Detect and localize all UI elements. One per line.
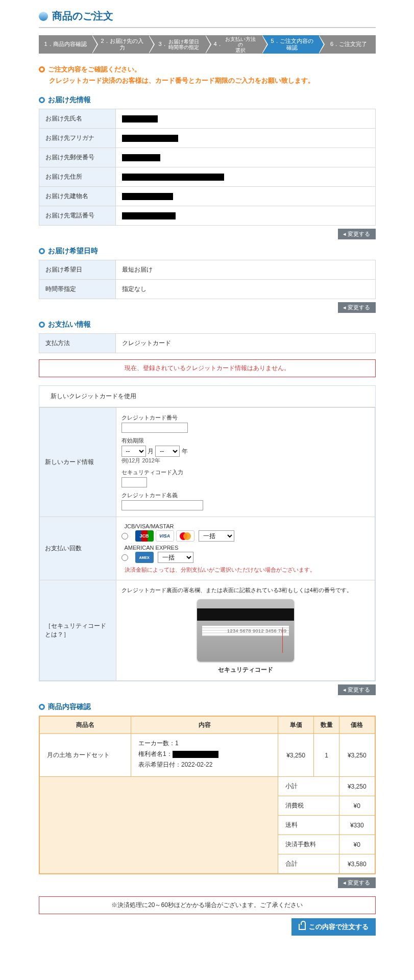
no-card-notice: 現在、登録されているクレジットカード情報はありません。 [39, 359, 376, 377]
step-sub: 時間帯の指定 [168, 44, 199, 50]
bullet-icon [39, 248, 45, 254]
item-name: 月の土地 カードセット [39, 734, 131, 777]
fee-value: ¥0 [339, 835, 375, 854]
label-building: お届け先建物名 [39, 187, 115, 206]
sec-desc: クレジットカード裏面の署名欄、または表面に記載されている3桁もしくは4桁の番号で… [121, 586, 370, 594]
brand-amex-label: AMERICAN EXPRES [125, 545, 370, 551]
label-phone: お届け先電話番号 [39, 206, 115, 226]
label-deliv-time: 時間帯指定 [39, 280, 115, 299]
step-label: 4． [214, 41, 223, 47]
expiry-hint: 例)12月 2012年 [121, 457, 370, 464]
date-label: 表示希望日付： [138, 761, 181, 768]
item-content: エーカー数：1 権利者名1： 表示希望日付：2022-02-22 [131, 734, 278, 777]
cardname-label: クレジットカード名義 [121, 492, 370, 499]
bullet-icon [39, 97, 45, 103]
label-name: お届け先氏名 [39, 109, 115, 129]
bullet-icon [39, 704, 45, 710]
value-deliv-date: 最短お届け [115, 260, 375, 280]
section-title: お届け先情報 [48, 95, 91, 105]
totals-spacer [39, 777, 278, 874]
change-product-button[interactable]: ◂ 変更する [338, 877, 375, 888]
holder-label: 権利者名1： [138, 750, 173, 757]
step-label: 1．商品内容確認 [44, 41, 86, 47]
step-sub: お支払い方法の [224, 36, 257, 47]
col-name: 商品名 [39, 716, 131, 734]
installments-jvm-select[interactable]: 一括 [199, 530, 234, 542]
order-button-label: この内容で注文する [309, 922, 369, 932]
step-sub: 選択 [224, 47, 257, 53]
alert-title: ご注文内容をご確認ください。 [39, 64, 376, 75]
value-address [115, 167, 375, 187]
page-title: 商品のご注文 [39, 5, 376, 28]
payopt-jvm-radio[interactable] [121, 533, 128, 540]
submit-order-button[interactable]: この内容で注文する [291, 918, 376, 936]
progress-stepper: 1．商品内容確認 2．お届け先の入力 3． お届け希望日 時間帯の指定 4． お… [39, 35, 376, 54]
acre-label: エーカー数： [138, 740, 175, 747]
expiry-month-select[interactable]: -- [121, 446, 146, 457]
card-sample-digits: 1234 5678 9012 3456 789 [202, 626, 289, 636]
payment-method-table: 支払方法クレジットカード [39, 333, 376, 353]
redacted [122, 193, 173, 200]
section-product-check: 商品内容確認 [39, 702, 376, 712]
step-4: 4． お支払い方法の 選択 [206, 35, 262, 54]
item-price: ¥3,250 [339, 734, 375, 777]
change-delivery-date-button[interactable]: ◂ 変更する [338, 302, 375, 313]
fee-label: 決済手数料 [278, 835, 339, 854]
value-postal [115, 148, 375, 167]
label-pay-method: 支払方法 [39, 334, 115, 353]
section-delivery-info: お届け先情報 [39, 95, 376, 105]
subtotal-value: ¥3,250 [339, 777, 375, 796]
value-deliv-time: 指定なし [115, 280, 375, 299]
change-delivery-button[interactable]: ◂ 変更する [338, 229, 375, 239]
seccode-input[interactable] [121, 477, 147, 487]
label-card-info: 新しいカード情報 [39, 408, 116, 517]
item-qty: 1 [314, 734, 339, 777]
installments-warn: 決済金額によっては、分割支払いがご選択いただけない場合がございます。 [125, 566, 370, 574]
label-address: お届け先住所 [39, 167, 115, 187]
col-unit-price: 単価 [278, 716, 314, 734]
total-value: ¥3,580 [339, 854, 375, 874]
section-title: 商品内容確認 [48, 702, 91, 712]
cc-number-input[interactable] [121, 423, 188, 433]
expiry-label: 有効期限 [121, 437, 370, 445]
visa-icon: VISA [156, 530, 174, 542]
sec-caption: セキュリティコード [218, 666, 273, 674]
section-title: お支払い情報 [48, 320, 91, 329]
delivery-date-table: お届け希望日最短お届け 時間帯指定指定なし [39, 260, 376, 299]
redacted [122, 115, 158, 122]
brand-jvm-label: JCB/VISA/MASTAR [125, 523, 370, 529]
step-5: 5．ご注文内容の確認 [262, 35, 319, 54]
alert-top: ご注文内容をご確認ください。 クレジットカード決済のお客様は、カード番号とカード… [39, 64, 376, 86]
label-pay-count: お支払い回数 [39, 517, 116, 580]
page-title-text: 商品のご注文 [52, 9, 113, 23]
total-label: 合計 [278, 854, 339, 874]
change-payment-button[interactable]: ◂ 変更する [338, 684, 375, 695]
year-unit: 年 [182, 448, 188, 455]
label-deliv-date: お届け希望日 [39, 260, 115, 280]
expiry-year-select[interactable]: -- [155, 446, 180, 457]
sec-q-cell: クレジットカード裏面の署名欄、または表面に記載されている3桁もしくは4桁の番号で… [116, 580, 375, 681]
redacted [122, 135, 178, 142]
installments-amex-select[interactable]: 一括 [158, 552, 193, 563]
product-table: 商品名 内容 単価 数量 価格 月の土地 カードセット エーカー数：1 権利者名… [39, 716, 376, 874]
page-title-icon [39, 12, 48, 21]
step-label: 2．お届け先の入力 [101, 38, 144, 51]
section-title: お届け希望日時 [48, 247, 98, 256]
payopt-amex-radio[interactable] [121, 554, 128, 561]
redacted [173, 751, 218, 758]
step-label: 6．ご注文完了 [330, 41, 367, 47]
section-payment: お支払い情報 [39, 320, 376, 329]
step-6: 6．ご注文完了 [319, 35, 376, 54]
section-delivery-date: お届け希望日時 [39, 247, 376, 256]
redacted [122, 174, 224, 181]
value-name [115, 109, 375, 129]
acre-value: 1 [175, 740, 179, 747]
label-sec-q: ［セキュリティコードとは？］ [39, 580, 116, 681]
redacted [122, 212, 176, 219]
new-card-block: 新しいクレジットカードを使用 新しいカード情報 クレジットカード番号 有効期限 … [39, 385, 376, 681]
col-price: 価格 [339, 716, 375, 734]
step-1: 1．商品内容確認 [39, 35, 92, 54]
cardname-input[interactable] [121, 500, 203, 510]
mastercard-icon [176, 530, 194, 542]
jcb-icon: JCB [135, 530, 154, 542]
